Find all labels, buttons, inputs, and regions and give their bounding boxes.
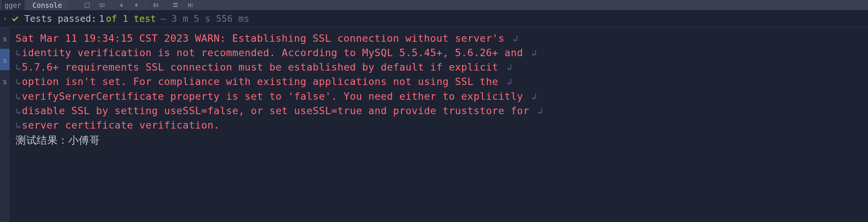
passed-count: 1 [99, 13, 105, 24]
wrap-start-icon: ↳ [16, 61, 21, 74]
wrap-end-icon: ↲ [513, 33, 518, 45]
svg-rect-9 [190, 3, 191, 7]
toolbar: gger Console [0, 0, 868, 10]
svg-rect-7 [173, 6, 178, 7]
log-text: identity verification is not recommended… [22, 45, 529, 60]
wrap-start-icon: ↳ [16, 76, 21, 89]
console-tab[interactable]: Console [26, 0, 69, 10]
toolbar-separator-1 [112, 2, 112, 8]
log-text: Sat Mar 11 19:34:15 CST 2023 WARN: Estab… [16, 31, 510, 45]
svg-rect-3 [154, 3, 155, 7]
log-line: ↳ option isn't set. For compliance with … [16, 74, 862, 89]
console-output[interactable]: Sat Mar 11 19:34:15 CST 2023 WARN: Estab… [10, 27, 868, 222]
down-arrow-icon[interactable] [129, 0, 144, 10]
log-text: disable SSL by setting useSSL=false, or … [22, 103, 536, 118]
toolbar-icon-7[interactable] [183, 0, 198, 10]
toolbar-icon-6[interactable] [168, 0, 183, 10]
wrap-end-icon: ↲ [507, 61, 512, 74]
svg-rect-2 [102, 4, 104, 7]
log-line: Sat Mar 11 19:34:15 CST 2023 WARN: Estab… [16, 31, 862, 45]
log-line: ↳ verifyServerCertificate property is se… [16, 89, 862, 103]
toolbar-separator-3 [165, 2, 166, 8]
status-prefix: Tests passed: [24, 13, 97, 24]
wrap-start-icon: ↳ [16, 90, 21, 103]
log-line: ↳ disable SSL by setting useSSL=false, o… [16, 103, 862, 118]
svg-rect-5 [157, 3, 158, 7]
wrap-end-icon: ↲ [507, 76, 512, 89]
log-line: ↳ 5.7.6+ requirements SSL connection mus… [16, 60, 862, 74]
gutter-item[interactable]: s [0, 49, 10, 70]
svg-rect-0 [85, 3, 89, 7]
toolbar-icon-2[interactable] [95, 0, 109, 10]
toolbar-separator-2 [146, 2, 146, 8]
check-icon [11, 15, 19, 23]
gutter-item[interactable]: s [0, 70, 10, 92]
of-test-text: of 1 test [106, 13, 156, 24]
gutter-item[interactable]: s [0, 27, 10, 49]
svg-rect-8 [188, 3, 189, 7]
log-text: server certificate verification. [22, 118, 220, 132]
left-gutter: s s s [0, 27, 10, 222]
wrap-start-icon: ↳ [16, 119, 21, 132]
toolbar-icon-1[interactable] [80, 0, 95, 10]
content-area: s s s Sat Mar 11 19:34:15 CST 2023 WARN:… [0, 27, 868, 222]
chevron-right-icon[interactable] [3, 15, 7, 23]
svg-rect-10 [192, 3, 192, 7]
log-text: verifyServerCertificate property is set … [22, 89, 529, 103]
result-line: 测试结果：小傅哥 [16, 133, 862, 148]
wrap-start-icon: ↳ [16, 47, 21, 60]
wrap-start-icon: ↳ [16, 105, 21, 118]
toolbar-icon-5[interactable] [148, 0, 163, 10]
svg-rect-1 [100, 4, 102, 7]
log-line: ↳ server certificate verification. [16, 118, 862, 132]
tab-fragment[interactable]: gger [1, 0, 24, 10]
toolbar-icons [80, 0, 198, 10]
log-text: option isn't set. For compliance with ex… [22, 74, 505, 89]
duration-text: – 3 m 5 s 556 ms [160, 13, 249, 24]
up-arrow-icon[interactable] [114, 0, 129, 10]
svg-rect-6 [173, 3, 178, 4]
svg-rect-4 [156, 3, 157, 7]
wrap-end-icon: ↲ [532, 90, 537, 103]
log-line: ↳ identity verification is not recommend… [16, 45, 862, 60]
wrap-end-icon: ↲ [538, 105, 543, 118]
wrap-end-icon: ↲ [532, 47, 537, 60]
log-text: 5.7.6+ requirements SSL connection must … [22, 60, 505, 74]
test-status-bar: Tests passed: 1 of 1 test – 3 m 5 s 556 … [0, 10, 868, 27]
